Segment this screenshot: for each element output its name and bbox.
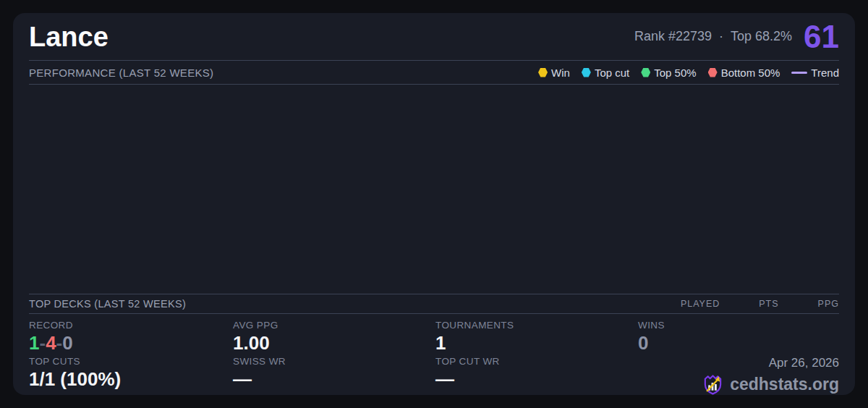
brand-name: cedhstats.org: [730, 375, 839, 394]
stat-label: SWISS WR: [233, 356, 435, 367]
column-ppg: PPG: [818, 299, 839, 309]
rank-line: Rank #22739 · Top 68.2%: [634, 29, 792, 44]
player-stats-card: Lance Rank #22739 · Top 68.2% 61 PERFORM…: [13, 13, 855, 395]
stats-grid: RECORD 1-4-0 AVG PPG 1.00 TOURNAMENTS 1 …: [29, 314, 839, 396]
stat-label: WINS: [638, 320, 839, 331]
top-50-dot-icon: [641, 68, 650, 77]
record-draws: 0: [62, 332, 72, 354]
top-cut-wr-value: —: [435, 370, 638, 389]
stat-wins: WINS 0: [638, 320, 839, 356]
column-played: PLAYED: [681, 299, 720, 309]
percentile-text: Top 68.2%: [731, 29, 792, 44]
legend-label: Bottom 50%: [721, 67, 780, 79]
top-decks-heading: TOP DECKS (LAST 52 WEEKS): [29, 298, 186, 310]
legend-item-win[interactable]: Win: [538, 67, 570, 79]
stat-record: RECORD 1-4-0: [29, 320, 233, 356]
legend-item-trend[interactable]: Trend: [791, 67, 839, 79]
performance-heading: PERFORMANCE (LAST 52 WEEKS): [29, 67, 213, 79]
tournaments-value: 1: [435, 333, 638, 353]
record-separator: -: [56, 332, 63, 354]
legend-label: Trend: [811, 67, 839, 79]
top-cut-dot-icon: [582, 68, 591, 77]
record-separator: -: [39, 332, 46, 354]
card-header: Lance Rank #22739 · Top 68.2% 61: [29, 13, 839, 60]
rank-text: Rank #22739: [634, 29, 712, 44]
bottom-50-dot-icon: [708, 68, 718, 77]
trend-line-icon: [791, 72, 807, 74]
brand-link[interactable]: cedhstats.org: [638, 373, 839, 396]
column-pts: PTS: [759, 299, 778, 309]
top-decks-columns: PLAYED PTS PPG: [681, 299, 839, 309]
swiss-wr-value: —: [233, 370, 435, 389]
rank-separator: ·: [719, 29, 723, 44]
footer-block: Apr 26, 2026 cedhstats.org: [638, 356, 839, 396]
legend-item-top-cut[interactable]: Top cut: [582, 67, 629, 79]
stat-label: TOP CUT WR: [435, 356, 638, 367]
top-cuts-value: 1/1 (100%): [29, 370, 233, 389]
stat-label: TOP CUTS: [29, 356, 233, 367]
stat-label: AVG PPG: [233, 320, 435, 331]
performance-header-row: PERFORMANCE (LAST 52 WEEKS) Win Top cut …: [29, 61, 839, 84]
cedhstats-logo-icon: [702, 373, 724, 396]
performance-chart: [29, 85, 839, 294]
wins-value: 0: [638, 333, 839, 353]
legend-label: Top cut: [595, 67, 629, 79]
stat-avg-ppg: AVG PPG 1.00: [233, 320, 435, 356]
record-value: 1-4-0: [29, 333, 233, 353]
legend-item-top-50[interactable]: Top 50%: [641, 67, 696, 79]
record-losses: 4: [46, 332, 56, 354]
stat-swiss-wr: SWISS WR —: [233, 356, 435, 396]
rank-score-block: Rank #22739 · Top 68.2% 61: [634, 21, 839, 53]
chart-legend: Win Top cut Top 50% Bottom 50% Trend: [538, 67, 839, 79]
top-decks-header-row: TOP DECKS (LAST 52 WEEKS) PLAYED PTS PPG: [29, 294, 839, 313]
legend-label: Win: [551, 67, 570, 79]
page-title: Lance: [29, 23, 109, 51]
date-text: Apr 26, 2026: [638, 356, 839, 370]
win-dot-icon: [538, 68, 548, 77]
avg-ppg-value: 1.00: [233, 333, 435, 353]
legend-item-bottom-50[interactable]: Bottom 50%: [708, 67, 780, 79]
stat-top-cuts: TOP CUTS 1/1 (100%): [29, 356, 233, 396]
legend-label: Top 50%: [654, 67, 696, 79]
stat-label: RECORD: [29, 320, 233, 331]
stat-label: TOURNAMENTS: [435, 320, 638, 331]
stat-top-cut-wr: TOP CUT WR —: [435, 356, 638, 396]
record-wins: 1: [29, 332, 39, 354]
elo-score: 61: [804, 21, 839, 53]
stat-tournaments: TOURNAMENTS 1: [435, 320, 638, 356]
